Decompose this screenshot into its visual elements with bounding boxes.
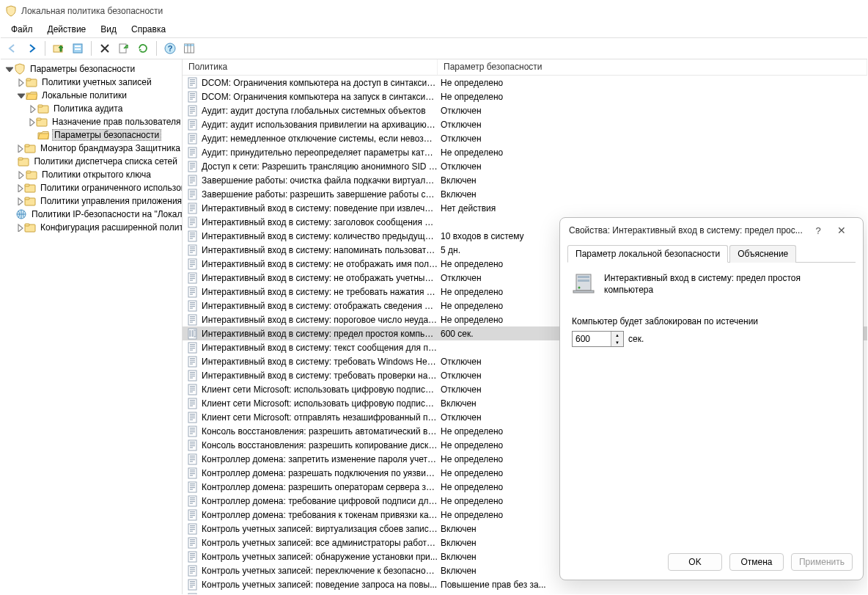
app-icon <box>5 5 17 17</box>
tree-item-account-policies[interactable]: Политики учетных записей <box>1 76 182 89</box>
separator <box>91 41 92 56</box>
close-button[interactable]: ✕ <box>829 225 854 236</box>
policy-name: Консоль восстановления: разрешить копиро… <box>202 440 438 450</box>
toolbar-delete-button[interactable] <box>96 40 114 57</box>
toolbar-up-button[interactable] <box>50 40 67 57</box>
menubar: Файл Действие Вид Справка <box>1 21 867 37</box>
tree-item-ipsec[interactable]: Политики IP-безопасности на "Локальный к… <box>1 208 182 221</box>
expand-icon[interactable] <box>15 77 26 87</box>
policy-icon <box>187 467 199 479</box>
timeout-spinner[interactable]: ▲ ▼ <box>572 331 624 347</box>
policy-name: Доступ к сети: Разрешить трансляцию анон… <box>202 161 438 172</box>
policy-name: Аудит: аудит использования привилегии на… <box>202 120 438 130</box>
tree-label: Локальные политики <box>40 90 128 101</box>
expand-icon[interactable] <box>15 222 24 233</box>
tree-item-public-key[interactable]: Политики открытого ключа <box>1 168 182 181</box>
spin-down-button[interactable]: ▼ <box>611 339 623 346</box>
toolbar-help-button[interactable] <box>161 40 179 57</box>
collapse-icon[interactable] <box>15 90 26 101</box>
policy-row[interactable]: DCOM: Ограничения компьютера на доступ в… <box>183 76 867 90</box>
ok-button[interactable]: OK <box>668 553 722 571</box>
policy-row[interactable]: Интерактивный вход в систему: поведение … <box>183 201 867 215</box>
toolbar <box>1 37 867 59</box>
column-header-setting[interactable]: Параметр безопасности <box>438 59 867 75</box>
tree-root[interactable]: Параметры безопасности <box>1 62 182 76</box>
policy-row[interactable]: Аудит: принудительно переопределяет пара… <box>183 145 867 159</box>
folder-open-icon <box>37 129 49 141</box>
tree-item-user-rights[interactable]: Назначение прав пользователя <box>1 115 182 128</box>
tree-item-advanced-audit[interactable]: Конфигурация расширенной политики аудита <box>1 221 182 234</box>
cancel-button[interactable]: Отмена <box>729 553 784 571</box>
tree-item-security-options[interactable]: Параметры безопасности <box>1 128 182 142</box>
menu-help[interactable]: Справка <box>124 23 173 36</box>
policy-name: DCOM: Ограничения компьютера на доступ в… <box>202 78 438 88</box>
expand-icon[interactable] <box>15 143 24 153</box>
expand-icon[interactable] <box>27 103 37 114</box>
tab-local-security[interactable]: Параметр локальной безопасности <box>567 245 728 263</box>
toolbar-back-button[interactable] <box>4 40 21 57</box>
policy-name: Клиент сети Microsoft: использовать цифр… <box>202 384 438 395</box>
policy-name: Интерактивный вход в систему: предел про… <box>202 329 438 339</box>
tree-label: Политики диспетчера списка сетей <box>32 156 179 167</box>
policy-value: Не определено <box>438 147 867 158</box>
folder-icon <box>26 169 37 180</box>
tab-explain[interactable]: Объяснение <box>729 245 796 263</box>
policy-icon <box>187 426 199 437</box>
policy-icon <box>187 189 199 200</box>
tree-item-software-restriction[interactable]: Политики ограниченного использования про… <box>1 181 182 194</box>
expand-icon[interactable] <box>27 117 36 127</box>
policy-icon <box>187 384 199 395</box>
toolbar-export-button[interactable] <box>115 40 133 57</box>
policy-row[interactable]: DCOM: Ограничения компьютера на запуск в… <box>183 90 867 103</box>
tree-label: Политики IP-безопасности на "Локальный к… <box>30 209 183 219</box>
apply-button[interactable]: Применить <box>791 553 853 571</box>
folder-icon <box>24 182 36 194</box>
app-title: Локальная политика безопасности <box>21 6 163 16</box>
toolbar-columns-button[interactable] <box>180 40 198 57</box>
expand-icon[interactable] <box>15 196 24 206</box>
policy-name: Консоль восстановления: разрешить автома… <box>202 426 438 437</box>
policy-icon <box>187 175 199 186</box>
policy-row[interactable]: Контроль учетных записей: ... <box>183 591 867 595</box>
policy-row[interactable]: Завершение работы: разрешить завершение … <box>183 187 867 201</box>
tree-item-audit-policy[interactable]: Политика аудита <box>1 102 182 115</box>
policy-icon <box>187 230 199 242</box>
tree-item-app-control[interactable]: Политики управления приложениями <box>1 194 182 208</box>
policy-row[interactable]: Аудит: немедленное отключение системы, е… <box>183 131 867 145</box>
policy-value: Не определено <box>438 92 867 102</box>
policy-value: Повышение прав без за... <box>438 580 867 590</box>
menu-action[interactable]: Действие <box>40 23 94 36</box>
timeout-input[interactable] <box>573 332 611 346</box>
policy-icon <box>187 328 199 340</box>
policy-icon <box>187 523 199 535</box>
expand-icon[interactable] <box>4 64 14 74</box>
column-header-policy[interactable]: Политика <box>183 59 438 75</box>
policy-row[interactable]: Аудит: аудит доступа глобальных системны… <box>183 103 867 117</box>
list-header: Политика Параметр безопасности <box>183 59 867 76</box>
menu-view[interactable]: Вид <box>93 23 124 36</box>
policy-name: Интерактивный вход в систему: требовать … <box>202 357 438 367</box>
menu-file[interactable]: Файл <box>4 23 40 36</box>
tree-label: Назначение прав пользователя <box>51 117 183 127</box>
tree-item-network-list[interactable]: Политики диспетчера списка сетей <box>1 155 182 168</box>
toolbar-forward-button[interactable] <box>23 40 40 57</box>
policy-value: Включен <box>438 189 867 200</box>
expand-icon[interactable] <box>15 183 24 193</box>
tree-item-local-policies[interactable]: Локальные политики <box>1 89 182 102</box>
expand-icon[interactable] <box>15 169 26 180</box>
spin-up-button[interactable]: ▲ <box>611 332 623 339</box>
help-button[interactable]: ? <box>807 225 829 236</box>
policy-icon <box>187 537 199 549</box>
policy-name: Контроллер домена: разрешать подключения… <box>202 468 438 478</box>
tree-label: Монитор брандмауэра Защитника Windows <box>39 143 183 153</box>
folder-open-icon <box>26 90 37 101</box>
toolbar-refresh-button[interactable] <box>134 40 152 57</box>
tree-item-firewall[interactable]: Монитор брандмауэра Защитника Windows <box>1 142 182 155</box>
policy-row[interactable]: Аудит: аудит использования привилегии на… <box>183 117 867 131</box>
policy-icon <box>187 551 199 563</box>
toolbar-properties-button[interactable] <box>69 40 87 57</box>
policy-name: Интерактивный вход в систему: поведение … <box>202 203 438 213</box>
policy-icon <box>187 356 199 368</box>
policy-row[interactable]: Доступ к сети: Разрешить трансляцию анон… <box>183 159 867 173</box>
policy-row[interactable]: Завершение работы: очистка файла подкачк… <box>183 173 867 187</box>
